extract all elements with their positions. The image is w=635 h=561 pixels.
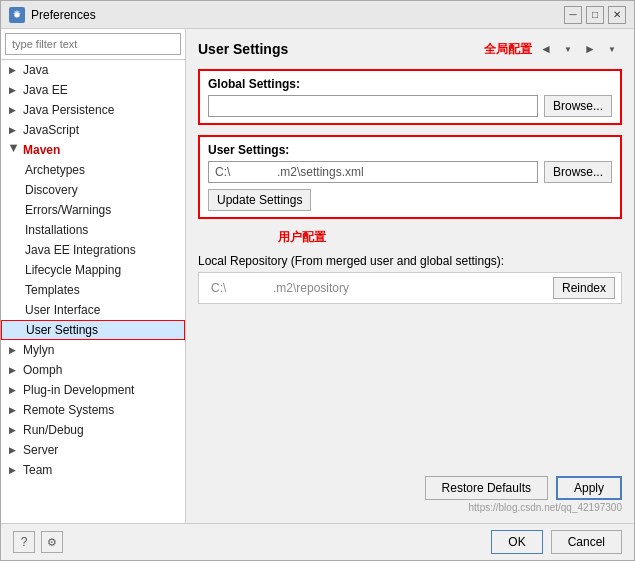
sidebar-item-label: Templates: [25, 283, 80, 297]
global-settings-label: Global Settings:: [208, 77, 612, 91]
sidebar-item-oomph[interactable]: ▶ Oomph: [1, 360, 185, 380]
chevron-icon: ▶: [9, 385, 19, 395]
user-settings-label: User Settings:: [208, 143, 612, 157]
user-settings-section: User Settings: Browse... Update Settings: [198, 135, 622, 219]
panel-title: User Settings: [198, 41, 288, 57]
close-button[interactable]: ✕: [608, 6, 626, 24]
sidebar: ▶ Java ▶ Java EE ▶ Java Persistence ▶ Ja…: [1, 29, 186, 523]
user-settings-input[interactable]: [208, 161, 538, 183]
sidebar-item-user-settings[interactable]: User Settings: [1, 320, 185, 340]
sidebar-item-java-persistence[interactable]: ▶ Java Persistence: [1, 100, 185, 120]
title-bar-left: Preferences: [9, 7, 96, 23]
restore-defaults-button[interactable]: Restore Defaults: [425, 476, 548, 500]
sidebar-item-label: JavaScript: [23, 123, 79, 137]
preferences-button[interactable]: ⚙: [41, 531, 63, 553]
sidebar-item-run-debug[interactable]: ▶ Run/Debug: [1, 420, 185, 440]
sidebar-item-lifecycle-mapping[interactable]: Lifecycle Mapping: [1, 260, 185, 280]
sidebar-item-label: Archetypes: [25, 163, 85, 177]
bottom-left-buttons: ? ⚙: [13, 531, 63, 553]
ok-button[interactable]: OK: [491, 530, 542, 554]
global-settings-input[interactable]: [208, 95, 538, 117]
filter-input[interactable]: [5, 33, 181, 55]
sidebar-item-discovery[interactable]: Discovery: [1, 180, 185, 200]
sidebar-item-mylyn[interactable]: ▶ Mylyn: [1, 340, 185, 360]
sidebar-item-label: Run/Debug: [23, 423, 84, 437]
help-button[interactable]: ?: [13, 531, 35, 553]
sidebar-item-label: Errors/Warnings: [25, 203, 111, 217]
sidebar-item-label: Java: [23, 63, 48, 77]
title-bar: Preferences ─ □ ✕: [1, 1, 634, 29]
nav-forward-button[interactable]: ►: [580, 39, 600, 59]
sidebar-item-server[interactable]: ▶ Server: [1, 440, 185, 460]
sidebar-item-label: Plug-in Development: [23, 383, 134, 397]
global-settings-section: Global Settings: Browse...: [198, 69, 622, 125]
sidebar-item-label: Server: [23, 443, 58, 457]
sidebar-item-templates[interactable]: Templates: [1, 280, 185, 300]
local-repo-section: Local Repository (From merged user and g…: [198, 254, 622, 304]
chevron-icon: ▶: [9, 145, 19, 155]
dialog-title: Preferences: [31, 8, 96, 22]
main-panel: User Settings 全局配置 ◄ ▼ ► ▼ Global Settin…: [186, 29, 634, 523]
maximize-button[interactable]: □: [586, 6, 604, 24]
main-header: User Settings 全局配置 ◄ ▼ ► ▼: [198, 39, 622, 59]
preferences-dialog: Preferences ─ □ ✕ ▶ Java ▶ Java EE: [0, 0, 635, 561]
chevron-icon: ▶: [9, 125, 19, 135]
chevron-icon: ▶: [9, 65, 19, 75]
update-settings-button[interactable]: Update Settings: [208, 189, 311, 211]
sidebar-item-label: Mylyn: [23, 343, 54, 357]
cancel-button[interactable]: Cancel: [551, 530, 622, 554]
sidebar-item-label: User Settings: [26, 323, 98, 337]
nav-back-button[interactable]: ◄: [536, 39, 556, 59]
chevron-icon: ▶: [9, 405, 19, 415]
nav-dropdown1-button[interactable]: ▼: [558, 39, 578, 59]
sidebar-item-team[interactable]: ▶ Team: [1, 460, 185, 480]
user-browse-button[interactable]: Browse...: [544, 161, 612, 183]
sidebar-item-label: Maven: [23, 143, 60, 157]
window-controls: ─ □ ✕: [564, 6, 626, 24]
global-browse-button[interactable]: Browse...: [544, 95, 612, 117]
main-content: Global Settings: Browse... User Settings…: [198, 69, 622, 513]
sidebar-item-label: Java EE Integrations: [25, 243, 136, 257]
global-settings-input-row: Browse...: [208, 95, 612, 117]
user-annotation-label: 用户配置: [278, 229, 326, 246]
nav-dropdown2-button[interactable]: ▼: [602, 39, 622, 59]
chevron-icon: ▶: [9, 425, 19, 435]
sidebar-item-user-interface[interactable]: User Interface: [1, 300, 185, 320]
sidebar-item-java[interactable]: ▶ Java: [1, 60, 185, 80]
minimize-button[interactable]: ─: [564, 6, 582, 24]
nav-buttons: ◄ ▼ ► ▼: [536, 39, 622, 59]
sidebar-tree: ▶ Java ▶ Java EE ▶ Java Persistence ▶ Ja…: [1, 60, 185, 523]
reindex-button[interactable]: Reindex: [553, 277, 615, 299]
sidebar-item-errors-warnings[interactable]: Errors/Warnings: [1, 200, 185, 220]
sidebar-item-java-ee[interactable]: ▶ Java EE: [1, 80, 185, 100]
filter-box: [1, 29, 185, 60]
chevron-icon: ▶: [9, 105, 19, 115]
sidebar-item-label: Installations: [25, 223, 88, 237]
sidebar-item-label: Discovery: [25, 183, 78, 197]
chevron-icon: ▶: [9, 345, 19, 355]
preferences-icon: [9, 7, 25, 23]
local-repo-label: Local Repository (From merged user and g…: [198, 254, 622, 268]
sidebar-item-label: Oomph: [23, 363, 62, 377]
sidebar-item-label: Lifecycle Mapping: [25, 263, 121, 277]
bottom-right-buttons: OK Cancel: [491, 530, 622, 554]
sidebar-item-label: Java Persistence: [23, 103, 114, 117]
local-repo-input[interactable]: [205, 277, 547, 299]
sidebar-item-label: Remote Systems: [23, 403, 114, 417]
sidebar-item-installations[interactable]: Installations: [1, 220, 185, 240]
sidebar-item-archetypes[interactable]: Archetypes: [1, 160, 185, 180]
chevron-icon: ▶: [9, 445, 19, 455]
sidebar-item-plugin-development[interactable]: ▶ Plug-in Development: [1, 380, 185, 400]
sidebar-item-maven[interactable]: ▶ Maven: [1, 140, 185, 160]
apply-button[interactable]: Apply: [556, 476, 622, 500]
sidebar-item-label: User Interface: [25, 303, 100, 317]
sidebar-item-label: Team: [23, 463, 52, 477]
update-btn-row: Update Settings: [208, 189, 612, 211]
sidebar-item-javascript[interactable]: ▶ JavaScript: [1, 120, 185, 140]
local-repo-input-row: Reindex: [198, 272, 622, 304]
chevron-icon: ▶: [9, 85, 19, 95]
sidebar-item-java-ee-integration[interactable]: Java EE Integrations: [1, 240, 185, 260]
sidebar-item-remote-systems[interactable]: ▶ Remote Systems: [1, 400, 185, 420]
user-annotation-area: 用户配置: [198, 229, 622, 246]
global-annotation-label: 全局配置: [484, 41, 532, 58]
